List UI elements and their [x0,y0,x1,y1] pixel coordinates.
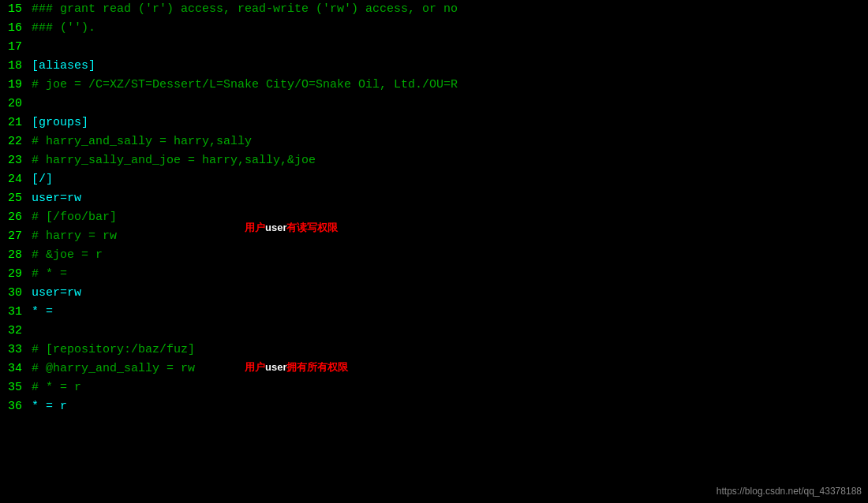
line-number: 36 [0,397,22,415]
line-content: # @harry_and_sally = rw [32,360,868,378]
code-line: 33# [repository:/baz/fuz] [0,341,868,360]
line-content: # * = [32,265,868,283]
line-number: 24 [0,170,22,188]
line-number: 20 [0,95,22,113]
code-line: 24[/] [0,170,868,189]
line-content: # harry_sally_and_joe = harry,sally,&joe [32,151,868,170]
code-line: 30user=rw [0,284,868,303]
code-line: 21[groups] [0,114,868,132]
line-number: 21 [0,114,22,132]
code-lines: 15### grant read ('r') access, read-writ… [0,0,868,416]
code-line: 16### (''). [0,19,868,38]
code-line: 20 [0,95,868,114]
line-content: [aliases] [32,57,868,75]
line-number: 31 [0,303,22,321]
line-number: 22 [0,132,22,151]
code-line: 18[aliases] [0,57,868,76]
line-content: # [repository:/baz/fuz] [32,341,868,359]
code-line: 17 [0,38,868,57]
code-line: 28# &joe = r [0,246,868,265]
line-content: # joe = /C=XZ/ST=Dessert/L=Snake City/O=… [32,76,868,94]
code-line: 34# @harry_and_sally = rw [0,360,868,378]
line-content: [/] [32,170,868,188]
line-number: 19 [0,76,22,94]
line-content: # * = r [32,378,868,397]
line-number: 35 [0,378,22,397]
code-line: 26# [/foo/bar] [0,208,868,227]
line-number: 16 [0,19,22,37]
line-content: # &joe = r [32,246,868,264]
code-line: 15### grant read ('r') access, read-writ… [0,0,868,19]
line-number: 32 [0,322,22,340]
code-line: 27# harry = rw [0,227,868,246]
line-number: 33 [0,341,22,359]
line-number: 34 [0,360,22,378]
line-content: # harry_and_sally = harry,sally [32,132,868,151]
line-content: user=rw [32,284,868,302]
line-number: 23 [0,151,22,170]
line-content: # harry = rw [32,227,868,245]
line-number: 30 [0,284,22,302]
code-line: 22# harry_and_sally = harry,sally [0,132,868,151]
watermark: https://blog.csdn.net/qq_43378188 [716,486,862,497]
line-number: 15 [0,0,22,18]
line-number: 29 [0,265,22,283]
line-content: ### grant read ('r') access, read-write … [32,0,868,18]
code-line: 36* = r [0,397,868,416]
line-content: user=rw [32,189,868,207]
line-number: 27 [0,227,22,245]
line-content: * = [32,303,868,321]
code-line: 31* = [0,303,868,322]
line-number: 17 [0,38,22,56]
code-line: 25user=rw [0,189,868,208]
line-number: 26 [0,208,22,226]
line-content: [groups] [32,114,868,132]
code-line: 29# * = [0,265,868,284]
line-content: * = r [32,397,868,415]
code-line: 23# harry_sally_and_joe = harry,sally,&j… [0,151,868,170]
code-line: 35# * = r [0,378,868,397]
code-line: 19# joe = /C=XZ/ST=Dessert/L=Snake City/… [0,76,868,95]
code-line: 32 [0,322,868,341]
code-editor: 15### grant read ('r') access, read-writ… [0,0,868,503]
line-number: 18 [0,57,22,75]
line-content: # [/foo/bar] [32,208,868,226]
line-number: 28 [0,246,22,264]
line-content: ### (''). [32,19,868,37]
line-number: 25 [0,189,22,207]
